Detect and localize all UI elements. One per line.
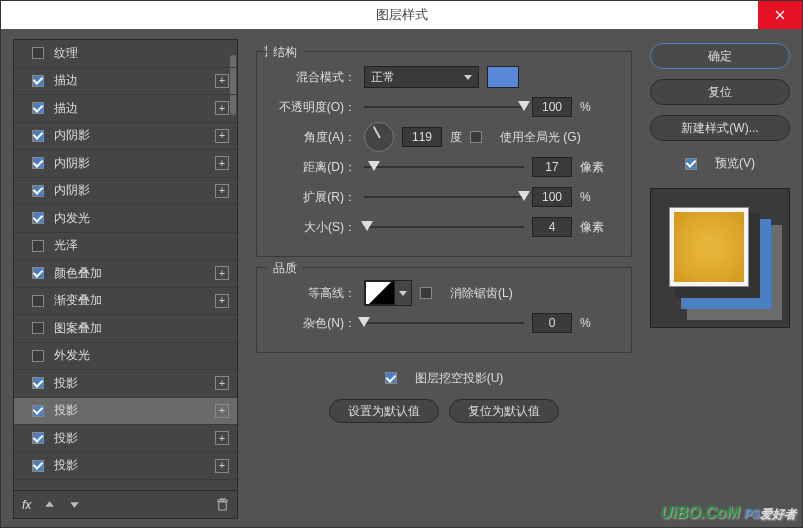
add-effect-button[interactable]: + <box>215 459 229 473</box>
effect-row[interactable]: 投影+ <box>14 453 237 481</box>
effect-row[interactable]: 投影+ <box>14 425 237 453</box>
effect-label: 描边 <box>54 100 78 117</box>
effect-row[interactable]: 内阴影+ <box>14 178 237 206</box>
close-button[interactable] <box>758 1 802 29</box>
make-default-button[interactable]: 设置为默认值 <box>329 399 439 423</box>
effect-row[interactable]: 内阴影+ <box>14 123 237 151</box>
effect-row[interactable]: 外发光 <box>14 343 237 371</box>
effect-checkbox[interactable] <box>32 460 44 472</box>
add-effect-button[interactable]: + <box>215 101 229 115</box>
effect-row[interactable]: 内阴影+ <box>14 150 237 178</box>
ok-button[interactable]: 确定 <box>650 43 790 69</box>
layer-style-dialog: 图层样式 纹理描边+描边+内阴影+内阴影+内阴影+内发光光泽颜色叠加+渐变叠加+… <box>0 0 803 528</box>
effect-label: 图案叠加 <box>54 320 102 337</box>
effect-row[interactable]: 描边+ <box>14 68 237 96</box>
effect-label: 内阴影 <box>54 127 90 144</box>
effect-checkbox[interactable] <box>32 322 44 334</box>
antialias-checkbox[interactable] <box>420 287 432 299</box>
shadow-color-swatch[interactable] <box>487 66 519 88</box>
add-effect-button[interactable]: + <box>215 404 229 418</box>
effect-row[interactable]: 投影+ <box>14 398 237 426</box>
effect-row[interactable]: 纹理 <box>14 40 237 68</box>
cancel-button[interactable]: 复位 <box>650 79 790 105</box>
add-effect-button[interactable]: + <box>215 129 229 143</box>
chevron-down-icon <box>399 291 407 296</box>
add-effect-button[interactable]: + <box>215 156 229 170</box>
arrow-up-icon[interactable] <box>43 498 56 511</box>
distance-input[interactable]: 17 <box>532 157 572 177</box>
window-title: 图层样式 <box>376 6 428 24</box>
distance-slider[interactable] <box>364 159 524 175</box>
distance-unit: 像素 <box>580 159 608 176</box>
preview-checkbox[interactable] <box>685 158 697 170</box>
opacity-input[interactable]: 100 <box>532 97 572 117</box>
effect-checkbox[interactable] <box>32 185 44 197</box>
angle-dial[interactable] <box>364 122 394 152</box>
add-effect-button[interactable]: + <box>215 74 229 88</box>
effects-list[interactable]: 纹理描边+描边+内阴影+内阴影+内阴影+内发光光泽颜色叠加+渐变叠加+图案叠加外… <box>13 39 238 491</box>
quality-title: 品质 <box>267 260 303 277</box>
trash-icon[interactable] <box>216 498 229 511</box>
opacity-slider[interactable] <box>364 99 524 115</box>
spread-slider[interactable] <box>364 189 524 205</box>
reset-default-button[interactable]: 复位为默认值 <box>449 399 559 423</box>
preview-label: 预览(V) <box>715 155 755 172</box>
fx-label[interactable]: fx <box>22 498 31 512</box>
add-effect-button[interactable]: + <box>215 431 229 445</box>
blend-mode-combo[interactable]: 正常 <box>364 66 479 88</box>
blend-mode-label: 混合模式： <box>271 69 356 86</box>
effect-checkbox[interactable] <box>32 157 44 169</box>
effect-checkbox[interactable] <box>32 102 44 114</box>
arrow-down-icon[interactable] <box>68 498 81 511</box>
noise-input[interactable]: 0 <box>532 313 572 333</box>
opacity-unit: % <box>580 100 608 114</box>
effect-row[interactable]: 内发光 <box>14 205 237 233</box>
effect-checkbox[interactable] <box>32 432 44 444</box>
contour-preview <box>365 281 395 305</box>
global-light-checkbox[interactable] <box>470 131 482 143</box>
effect-checkbox[interactable] <box>32 267 44 279</box>
angle-unit: 度 <box>450 129 462 146</box>
effect-label: 投影 <box>54 457 78 474</box>
add-effect-button[interactable]: + <box>215 266 229 280</box>
effect-row[interactable]: 颜色叠加+ <box>14 260 237 288</box>
effect-row[interactable]: 光泽 <box>14 233 237 261</box>
effect-label: 内阴影 <box>54 182 90 199</box>
size-label: 大小(S)： <box>271 219 356 236</box>
contour-label: 等高线： <box>271 285 356 302</box>
angle-input[interactable]: 119 <box>402 127 442 147</box>
add-effect-button[interactable]: + <box>215 294 229 308</box>
effect-label: 内发光 <box>54 210 90 227</box>
effect-checkbox[interactable] <box>32 405 44 417</box>
size-slider[interactable] <box>364 219 524 235</box>
spread-input[interactable]: 100 <box>532 187 572 207</box>
effect-row[interactable]: 投影+ <box>14 370 237 398</box>
size-unit: 像素 <box>580 219 608 236</box>
effect-checkbox[interactable] <box>32 130 44 142</box>
effects-panel: 纹理描边+描边+内阴影+内阴影+内阴影+内发光光泽颜色叠加+渐变叠加+图案叠加外… <box>13 39 238 519</box>
effect-checkbox[interactable] <box>32 47 44 59</box>
noise-slider[interactable] <box>364 315 524 331</box>
settings-panel: 投影 结构 混合模式： 正常 不透明度(O)： 100 <box>248 39 640 519</box>
new-style-button[interactable]: 新建样式(W)... <box>650 115 790 141</box>
knockout-checkbox[interactable] <box>385 372 397 384</box>
add-effect-button[interactable]: + <box>215 376 229 390</box>
add-effect-button[interactable]: + <box>215 184 229 198</box>
effect-row[interactable]: 图案叠加 <box>14 315 237 343</box>
effect-checkbox[interactable] <box>32 212 44 224</box>
action-panel: 确定 复位 新建样式(W)... 预览(V) <box>650 39 790 519</box>
effect-row[interactable]: 渐变叠加+ <box>14 288 237 316</box>
effect-checkbox[interactable] <box>32 295 44 307</box>
noise-label: 杂色(N)： <box>271 315 356 332</box>
size-input[interactable]: 4 <box>532 217 572 237</box>
effect-checkbox[interactable] <box>32 75 44 87</box>
contour-picker[interactable] <box>364 280 412 306</box>
structure-group: 结构 混合模式： 正常 不透明度(O)： 100 % <box>256 51 632 257</box>
effect-checkbox[interactable] <box>32 377 44 389</box>
effect-checkbox[interactable] <box>32 240 44 252</box>
effect-row[interactable]: 描边+ <box>14 95 237 123</box>
spread-label: 扩展(R)： <box>271 189 356 206</box>
effect-label: 投影 <box>54 375 78 392</box>
effect-checkbox[interactable] <box>32 350 44 362</box>
watermark: UiBO.CoM PS爱好者 <box>660 504 796 523</box>
